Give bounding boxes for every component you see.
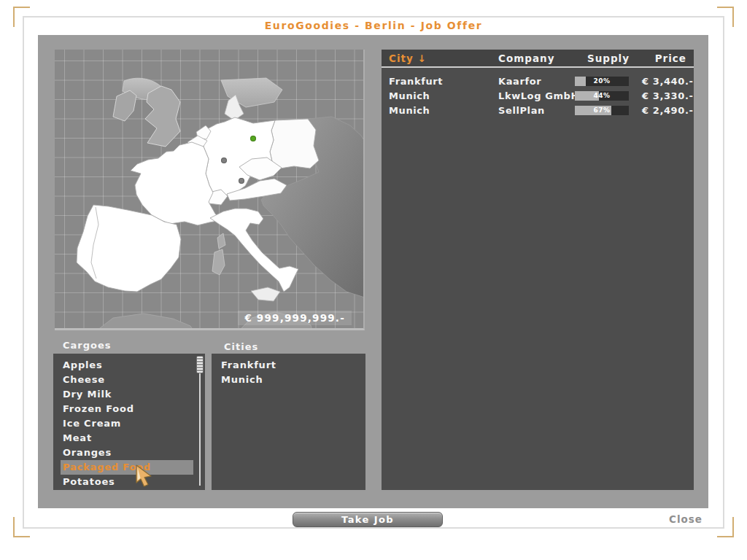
offer-city: Munich: [389, 105, 498, 116]
supply-percent: 20%: [575, 77, 629, 86]
take-job-button[interactable]: Take Job: [293, 512, 443, 527]
cargo-item-potatoes[interactable]: Potatoes: [53, 475, 205, 489]
cities-listbox: FrankfurtMunich: [212, 354, 365, 490]
supply-percent: 44%: [575, 91, 629, 101]
offer-city: Frankfurt: [389, 76, 498, 87]
table-header: City ↓ Company Supply Price: [382, 50, 694, 68]
cargo-item-label: Oranges: [63, 447, 112, 458]
offer-price: € 3,440.-: [642, 76, 693, 87]
job-offer-window: EuroGoodies - Berlin - Job Offer: [23, 16, 724, 529]
cargo-item-meat[interactable]: Meat: [53, 431, 205, 446]
scrollbar-track[interactable]: [199, 357, 201, 486]
column-header-supply[interactable]: Supply: [575, 52, 642, 64]
cargoes-label: Cargoes: [63, 340, 112, 351]
cargo-item-dry-milk[interactable]: Dry Milk: [53, 387, 205, 402]
cargo-item-label: Cheese: [63, 374, 105, 385]
cargo-item-frozen-food[interactable]: Frozen Food: [53, 402, 205, 416]
supply-bar: 44%: [575, 91, 629, 101]
offer-row[interactable]: MunichLkwLog GmbH44%€ 3,330.-: [382, 88, 694, 103]
screen: EuroGoodies - Berlin - Job Offer: [0, 0, 747, 560]
munich-marker: [235, 174, 248, 187]
cargo-item-label: Dry Milk: [63, 389, 112, 400]
cargo-item-label: Meat: [63, 432, 92, 443]
cargo-item-apples[interactable]: Apples: [53, 358, 205, 373]
column-header-price[interactable]: Price: [642, 52, 686, 64]
europe-landmass: [55, 50, 365, 330]
scrollbar-thumb[interactable]: [196, 356, 204, 373]
cities-label: Cities: [224, 341, 258, 352]
cargo-item-label: Packaged Food: [63, 462, 151, 472]
supply-percent: 67%: [575, 106, 629, 115]
berlin-marker: [247, 132, 260, 145]
offer-supply: 67%: [575, 106, 642, 115]
frankfurt-marker: [217, 154, 231, 167]
window-title: EuroGoodies - Berlin - Job Offer: [24, 20, 723, 31]
offer-supply: 20%: [575, 77, 642, 86]
column-header-city[interactable]: City ↓: [389, 52, 498, 64]
offer-company: Kaarfor: [498, 76, 575, 87]
offer-price: € 3,330.-: [642, 90, 693, 101]
offer-row[interactable]: MunichSellPlan67%€ 2,490.-: [382, 103, 694, 117]
cargo-item-label: Potatoes: [63, 476, 115, 487]
job-offers-table: City ↓ Company Supply Price FrankfurtKaa…: [382, 50, 694, 490]
supply-bar: 20%: [575, 77, 629, 86]
supply-bar: 67%: [575, 106, 629, 115]
table-body: FrankfurtKaarfor20%€ 3,440.-MunichLkwLog…: [382, 74, 694, 117]
cargo-item-label: Apples: [63, 359, 102, 370]
money-display: € 999,999,999.-: [238, 311, 352, 325]
cargo-item-cheese[interactable]: Cheese: [53, 373, 205, 387]
offer-city: Munich: [389, 90, 498, 101]
offer-price: € 2,490.-: [642, 105, 693, 116]
column-header-company[interactable]: Company: [498, 52, 575, 64]
offer-row[interactable]: FrankfurtKaarfor20%€ 3,440.-: [382, 74, 694, 88]
cargo-item-packaged-food[interactable]: Packaged Food: [53, 460, 205, 475]
offer-supply: 44%: [575, 91, 642, 101]
offer-company: LkwLog GmbH: [498, 90, 575, 101]
city-item-frankfurt[interactable]: Frankfurt: [212, 358, 365, 373]
close-button[interactable]: Close: [669, 513, 703, 525]
europe-map: € 999,999,999.-: [55, 50, 365, 330]
cargoes-listbox: ApplesCheeseDry MilkFrozen FoodIce Cream…: [53, 354, 205, 490]
cargo-item-oranges[interactable]: Oranges: [53, 446, 205, 460]
city-item-munich[interactable]: Munich: [212, 373, 365, 387]
content-panel: € 999,999,999.- City ↓ Company Supply Pr…: [38, 35, 708, 508]
offer-company: SellPlan: [498, 105, 575, 116]
cargo-item-ice-cream[interactable]: Ice Cream: [53, 416, 205, 431]
sort-descending-icon: ↓: [418, 52, 427, 64]
cargo-item-label: Frozen Food: [63, 403, 134, 414]
cargo-item-label: Ice Cream: [63, 418, 121, 429]
